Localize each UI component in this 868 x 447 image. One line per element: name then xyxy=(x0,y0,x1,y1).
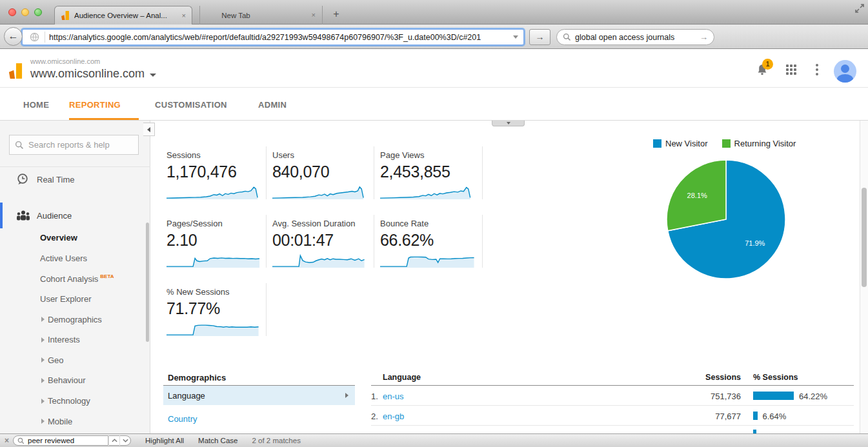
find-next-button[interactable] xyxy=(119,435,130,446)
close-window-button[interactable] xyxy=(8,8,16,16)
search-icon xyxy=(563,33,571,41)
property-selector[interactable]: www.omicsonline.com xyxy=(30,67,156,81)
go-button[interactable]: → xyxy=(529,29,550,45)
collapse-header-handle[interactable] xyxy=(492,121,525,126)
url-history-dropdown-icon[interactable] xyxy=(513,35,518,39)
metric-value: 71.77% xyxy=(167,299,266,318)
metric-sparkline xyxy=(272,184,367,199)
sidebar-item-label: Mobile xyxy=(48,417,72,426)
beta-badge: BETA xyxy=(100,273,114,279)
pct-sessions-bar xyxy=(753,392,794,400)
language-link[interactable]: en-us xyxy=(383,392,404,401)
page-scrollbar[interactable] xyxy=(860,121,868,436)
google-apps-grid-icon[interactable] xyxy=(786,65,796,75)
match-case-button[interactable]: Match Case xyxy=(198,437,237,444)
sidebar-item-active-users[interactable]: Active Users xyxy=(0,248,150,269)
sidebar-scrollbar-thumb[interactable] xyxy=(146,223,149,342)
notifications-bell-icon[interactable]: 1 xyxy=(756,63,769,76)
demographics-title: Demographics xyxy=(163,373,355,382)
sidebar-item-label: Real Time xyxy=(37,175,75,184)
find-bar: × peer reviewed Highlight All Match Case… xyxy=(0,433,868,447)
legend-item-returning-visitor[interactable]: Returning Visitor xyxy=(722,139,796,148)
nav-tab-home[interactable]: HOME xyxy=(23,100,49,110)
new-tab-button[interactable]: + xyxy=(329,8,343,20)
find-query-text[interactable]: peer reviewed xyxy=(28,437,105,444)
language-link[interactable]: en-gb xyxy=(383,412,404,421)
report-sidebar: Search reports & help Real Time Audience… xyxy=(0,121,150,436)
metric-card-page-views[interactable]: Page Views2,453,855 xyxy=(374,146,483,199)
metric-row: Pages/Session2.10Avg. Session Duration00… xyxy=(167,215,483,268)
tab-new-tab[interactable]: New Tab × xyxy=(199,6,323,25)
tab-close-icon[interactable]: × xyxy=(182,12,186,19)
metric-card-new-sessions[interactable]: % New Sessions71.77% xyxy=(167,283,267,336)
sidebar-item-label: Active Users xyxy=(40,253,87,263)
sidebar-item-user-explorer[interactable]: User Explorer xyxy=(0,289,150,310)
audience-icon xyxy=(16,210,30,221)
find-close-icon[interactable]: × xyxy=(5,436,9,445)
tab-title: New Tab xyxy=(221,12,250,19)
metric-card-bounce-rate[interactable]: Bounce Rate66.62% xyxy=(374,215,483,268)
sidebar-item-audience[interactable]: Audience xyxy=(0,206,150,224)
sidebar-item-interests[interactable]: Interests xyxy=(0,330,150,350)
nav-tab-admin[interactable]: ADMIN xyxy=(258,100,287,110)
demographics-row-country[interactable]: Country xyxy=(163,409,355,428)
tab-audience-overview[interactable]: Audience Overview – Anal... × xyxy=(54,6,192,25)
metric-card-avg-session-duration[interactable]: Avg. Session Duration00:01:47 xyxy=(267,215,374,268)
metric-row: % New Sessions71.77% xyxy=(167,283,267,336)
nav-tab-customisation[interactable]: CUSTOMISATION xyxy=(155,100,227,110)
demographics-panel: Demographics LanguageCountry xyxy=(163,373,355,428)
sessions-value: 77,677 xyxy=(715,412,741,421)
search-icon xyxy=(17,437,25,444)
user-avatar[interactable] xyxy=(834,60,856,83)
expand-arrow-icon xyxy=(41,317,45,322)
column-header-language[interactable]: Language xyxy=(383,373,421,382)
report-content: Sessions1,170,476Users840,070Page Views2… xyxy=(150,121,868,436)
pct-sessions-value: 6.64% xyxy=(763,412,787,421)
legend-swatch xyxy=(653,139,661,148)
legend-item-new-visitor[interactable]: New Visitor xyxy=(653,139,708,148)
demographics-row-language[interactable]: Language xyxy=(163,386,355,405)
search-query-text[interactable]: global open access journals xyxy=(575,33,696,42)
demographics-row-label: Language xyxy=(168,391,205,401)
metric-card-pages-session[interactable]: Pages/Session2.10 xyxy=(167,215,267,268)
minimize-window-button[interactable] xyxy=(21,8,29,16)
window-controls xyxy=(8,8,42,16)
url-text[interactable]: https://analytics.google.com/analytics/w… xyxy=(49,33,508,42)
sessions-value: 751,736 xyxy=(711,392,741,401)
url-bar[interactable]: https://analytics.google.com/analytics/w… xyxy=(22,29,524,45)
fullscreen-icon[interactable] xyxy=(854,3,865,14)
row-rank: 2. xyxy=(371,412,378,421)
sidebar-item-overview[interactable]: Overview xyxy=(0,228,150,248)
back-button[interactable]: ← xyxy=(4,27,23,46)
find-input[interactable]: peer reviewed xyxy=(13,435,131,446)
sidebar-item-real-time[interactable]: Real Time xyxy=(0,170,150,188)
analytics-favicon xyxy=(61,11,70,20)
metric-card-users[interactable]: Users840,070 xyxy=(267,146,374,199)
column-header-sessions[interactable]: Sessions xyxy=(705,373,741,382)
tab-close-icon[interactable]: × xyxy=(312,12,316,19)
sidebar-item-technology[interactable]: Technology xyxy=(0,391,150,412)
sidebar-search-input[interactable]: Search reports & help xyxy=(9,135,139,155)
sidebar-item-behaviour[interactable]: Behaviour xyxy=(0,370,150,391)
metric-card-sessions[interactable]: Sessions1,170,476 xyxy=(167,146,267,199)
more-options-kebab-icon[interactable] xyxy=(816,64,818,75)
nav-tab-reporting[interactable]: REPORTING xyxy=(69,100,121,110)
search-bar[interactable]: global open access journals → xyxy=(556,29,714,45)
search-go-icon[interactable]: → xyxy=(700,32,708,42)
property-name: www.omicsonline.com xyxy=(30,67,145,81)
zoom-window-button[interactable] xyxy=(34,8,42,16)
sidebar-item-geo[interactable]: Geo xyxy=(0,350,150,371)
sidebar-item-cohort-analysis[interactable]: Cohort AnalysisBETA xyxy=(0,268,150,289)
page-scrollbar-thumb[interactable] xyxy=(862,188,867,287)
column-header-pct-sessions[interactable]: % Sessions xyxy=(753,373,798,382)
sidebar-item-demographics[interactable]: Demographics xyxy=(0,309,150,330)
highlight-all-button[interactable]: Highlight All xyxy=(145,437,184,444)
sidebar-collapse-button[interactable] xyxy=(143,123,155,136)
metric-label: Pages/Session xyxy=(167,219,266,228)
find-previous-button[interactable] xyxy=(108,435,119,446)
sidebar-item-mobile[interactable]: Mobile xyxy=(0,411,150,432)
metric-label: % New Sessions xyxy=(167,287,266,297)
pie-legend: New Visitor Returning Visitor xyxy=(653,139,796,148)
expand-arrow-icon xyxy=(41,337,45,343)
metric-sparkline xyxy=(380,184,475,199)
